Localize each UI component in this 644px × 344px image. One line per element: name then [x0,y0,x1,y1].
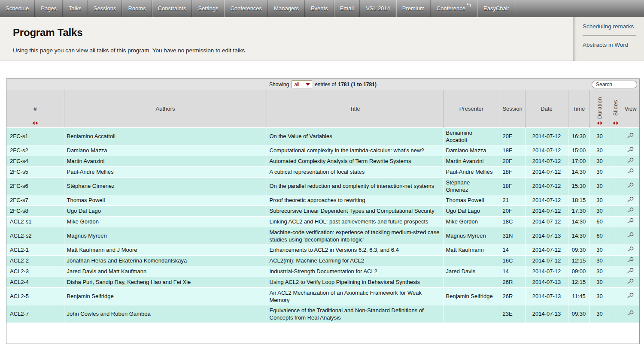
presenter-cell: Benjamin Selfridge [443,287,500,305]
view-cell [622,145,639,156]
authors-cell: Jónathan Heras and Ekaterina Komendantsk… [64,255,267,266]
top-navbar: SchedulePagesTalksSessionsRoomsConstrain… [0,0,644,17]
sort-arrows-slides[interactable] [613,121,619,125]
authors-cell: Thomas Powell [64,195,267,205]
nav-item-label: Pages [41,5,57,12]
title-cell: Using ACL2 to Verify Loop Pipelining in … [267,277,443,287]
date-cell: 2014-07-12 [525,127,568,145]
nav-item-sessions[interactable]: Sessions [88,0,122,17]
nav-item-premium[interactable]: Premium [396,0,431,17]
magnifier-icon[interactable] [627,147,634,153]
authors-cell: Stéphane Gimenez [64,177,267,195]
title-cell: Linking ACL2 and HOL: past achievements … [267,216,443,227]
presenter-cell: Magnus Myreen [443,227,500,244]
magnifier-icon[interactable] [627,207,634,213]
nav-item-talks[interactable]: Talks [63,0,88,17]
date-cell: 2014-07-12 [525,216,568,227]
time-cell: 15:30 [568,177,589,195]
magnifier-icon[interactable] [627,246,634,252]
duration-cell: 60 [589,216,610,227]
authors-cell: Beniamino Accattoli [64,127,267,145]
entries-select[interactable]: all [292,80,312,88]
view-cell [622,255,639,266]
nav-item-label: Talks [69,5,82,12]
view-cell [622,216,639,227]
nav-item-events[interactable]: Events [305,0,334,17]
nav-item-label: Email [340,5,354,12]
nav-item-constraints[interactable]: Constraints [152,0,192,17]
magnifier-icon[interactable] [627,310,634,316]
duration-cell: 30 [589,156,610,166]
magnifier-icon[interactable] [627,168,634,174]
nav-item-managers[interactable]: Managers [268,0,305,17]
nav-item-email[interactable]: Email [334,0,360,17]
abstracts-in-word-link[interactable]: Abstracts in Word [583,36,644,48]
view-cell [622,127,639,145]
sort-arrows-duration[interactable] [597,121,602,125]
nav-item-pages[interactable]: Pages [35,0,63,17]
date-cell: 2014-07-12 [525,266,568,277]
duration-cell: 60 [589,227,610,244]
presenter-cell: Ugo Dal Lago [443,205,500,216]
title-cell: On the Value of Variables [267,127,443,145]
table-row: ACL2-5 Benjamin Selfridge An ACL2 Mechan… [6,287,639,305]
magnifier-icon[interactable] [627,182,634,188]
session-cell: 18C [500,216,525,227]
nav-item-conferences[interactable]: Conferences [224,0,268,17]
side-panel: Scheduling remarks Abstracts in Word [573,17,644,61]
table-row: ACL2-3 Jared Davis and Matt Kaufmann Ind… [6,266,639,277]
magnifier-icon[interactable] [627,257,634,263]
nav-item-rooms[interactable]: Rooms [122,0,152,17]
search-input[interactable] [592,81,637,88]
nav-item-easychair[interactable]: EasyChair [477,0,515,17]
col-header-title: Title [267,90,443,127]
presenter-cell: Damiano Mazza [443,145,500,156]
magnifier-icon[interactable] [627,196,634,202]
time-cell: 09:00 [568,266,589,277]
page-header: Program Talks Using this page you can vi… [0,17,644,61]
slides-cell [610,244,622,255]
view-cell [622,305,639,323]
date-cell: 2014-07-12 [525,145,568,156]
title-cell: ACL2(ml): Machine-Learning for ACL2 [267,255,443,266]
time-cell: 11:45 [568,287,589,305]
nav-item-label: Constraints [158,5,186,12]
presenter-cell: Paul-André Melliès [443,166,500,177]
talk-number-cell: ACL2-4 [6,277,64,287]
slides-cell [610,195,622,205]
nav-item-label: Rooms [128,5,146,12]
nav-item-conference[interactable]: Conference [431,0,477,17]
date-cell: 2014-07-12 [525,156,568,166]
magnifier-icon[interactable] [627,157,634,163]
scheduling-remarks-link[interactable]: Scheduling remarks [583,17,644,30]
nav-item-schedule[interactable]: Schedule [0,0,35,17]
date-cell: 2014-07-12 [525,244,568,255]
nav-item-vsl-2014[interactable]: VSL 2014 [360,0,396,17]
nav-item-label: Conferences [230,5,262,12]
presenter-cell [443,255,500,266]
nav-item-settings[interactable]: Settings [192,0,224,17]
nav-item-label: Premium [402,5,425,12]
talk-number-cell: ACL2-1 [6,244,64,255]
session-cell: 21 [500,195,525,205]
col-header-session: Session [500,90,525,127]
entries-count: 1781 (1 to 1781) [338,81,377,88]
view-cell [622,266,639,277]
authors-cell: Benjamin Selfridge [64,287,267,305]
magnifier-icon[interactable] [627,232,634,238]
magnifier-icon[interactable] [627,133,634,139]
authors-cell: Mike Gordon [64,216,267,227]
slides-cell [610,277,622,287]
magnifier-icon[interactable] [627,293,634,299]
view-cell [622,156,639,166]
sort-arrows-number[interactable] [32,121,38,125]
date-cell: 2014-07-12 [525,205,568,216]
magnifier-icon[interactable] [627,278,634,284]
duration-cell: 30 [589,277,610,287]
magnifier-icon[interactable] [627,218,634,224]
view-cell [622,177,639,195]
view-cell [622,166,639,177]
magnifier-icon[interactable] [627,268,634,274]
col-header-presenter: Presenter [443,90,500,127]
duration-cell: 30 [589,305,610,323]
